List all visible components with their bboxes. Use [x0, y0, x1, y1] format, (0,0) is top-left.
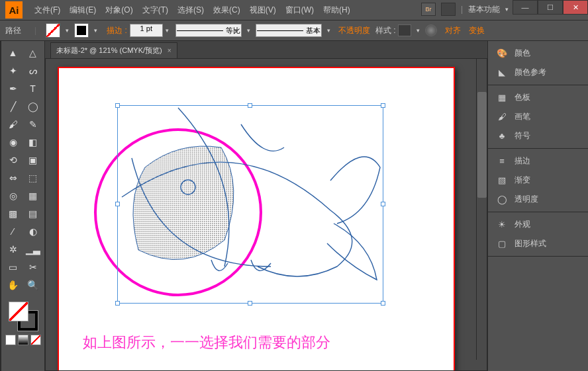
paintbrush-tool[interactable]: 🖌 [4, 116, 23, 132]
line-tool[interactable]: ╱ [4, 99, 23, 114]
gradient-tool[interactable]: ▤ [24, 206, 42, 222]
transform-link[interactable]: 变换 [469, 25, 485, 36]
scale-tool[interactable]: ▣ [24, 152, 42, 168]
rectangle-tool[interactable]: ◯ [24, 99, 42, 114]
grid-icon: ▦ [496, 93, 508, 103]
options-bar: 路径 | ▾ ▾ 描边 : 1 pt ▾ 等比 ▾ 基本 ▾ 不透明度 样式 :… [0, 20, 588, 41]
shape-builder-tool[interactable]: ◎ [4, 188, 23, 204]
panel-color[interactable]: 🎨颜色 [488, 44, 588, 63]
chevron-down-icon[interactable]: ▾ [66, 27, 69, 34]
chevron-down-icon[interactable]: ▾ [416, 27, 420, 34]
brush-icon: 🖌 [496, 112, 508, 122]
canvas[interactable]: 如上图所示，一一选择我们需要的部分 [45, 58, 487, 371]
fill-stroke-control[interactable] [9, 302, 38, 331]
pen-tool[interactable]: ✒ [4, 81, 23, 97]
minimize-button[interactable]: — [513, 0, 538, 15]
style-label: 样式 : [375, 25, 396, 36]
document-tabs: 未标题-2* @ 121% (CMYK/预览) × [45, 41, 487, 58]
artboard: 如上图所示，一一选择我们需要的部分 [58, 67, 455, 371]
symbol-sprayer-tool[interactable]: ✲ [4, 241, 23, 257]
bridge-button[interactable]: Br [421, 3, 436, 16]
tools-panel: ▲△ ✦ᔕ ✒T ╱◯ 🖌✎ ◉◧ ⟲▣ ⇔⬚ ◎▦ ▩▤ ⁄◐ ✲▁▃ ▭✂ … [0, 41, 45, 371]
window-controls: — ☐ ✕ [513, 0, 588, 15]
free-transform-tool[interactable]: ⬚ [24, 170, 42, 186]
perspective-tool[interactable]: ▦ [24, 188, 42, 204]
scrollbar-thumb[interactable] [477, 92, 487, 198]
document-area: 未标题-2* @ 121% (CMYK/预览) × [45, 41, 487, 371]
main-menu: 文件(F) 编辑(E) 对象(O) 文字(T) 选择(S) 效果(C) 视图(V… [30, 2, 354, 19]
panel-transparency[interactable]: ◯透明度 [488, 190, 588, 209]
tab-title: 未标题-2* @ 121% (CMYK/预览) [56, 46, 162, 56]
fill-box[interactable] [9, 302, 28, 321]
gradient-mode[interactable] [18, 335, 28, 345]
square-icon: ▢ [496, 239, 508, 249]
right-panels: 🎨颜色 ◣颜色参考 ▦色板 🖌画笔 ♣符号 ≡描边 ▧渐变 ◯透明度 ☀外观 ▢… [487, 41, 588, 371]
blob-brush-tool[interactable]: ◉ [4, 134, 23, 150]
menu-file[interactable]: 文件(F) [30, 2, 64, 19]
stroke-swatch[interactable] [74, 23, 89, 38]
clover-icon: ♣ [496, 131, 508, 142]
panel-stroke[interactable]: ≡描边 [488, 151, 588, 171]
selection-tool[interactable]: ▲ [4, 45, 23, 61]
pencil-tool[interactable]: ✎ [24, 116, 42, 132]
panel-graphic-styles[interactable]: ▢图形样式 [488, 234, 588, 253]
type-tool[interactable]: T [24, 81, 42, 97]
menu-effect[interactable]: 效果(C) [209, 2, 244, 19]
app-logo: Ai [5, 1, 23, 19]
mesh-tool[interactable]: ▩ [4, 206, 23, 222]
align-link[interactable]: 对齐 [445, 25, 461, 36]
panel-color-guide[interactable]: ◣颜色参考 [488, 63, 588, 82]
chevron-down-icon[interactable]: ▾ [327, 27, 330, 34]
maximize-button[interactable]: ☐ [538, 0, 563, 15]
magic-wand-tool[interactable]: ✦ [4, 63, 23, 79]
context-label: 路径 [5, 25, 21, 36]
palette-icon: 🎨 [496, 48, 508, 59]
blend-tool[interactable]: ◐ [24, 224, 42, 239]
workspace-switcher[interactable]: 基本功能 [468, 4, 500, 15]
panel-appearance[interactable]: ☀外观 [488, 215, 588, 234]
vertical-scrollbar[interactable] [476, 59, 487, 360]
menu-object[interactable]: 对象(O) [101, 2, 136, 19]
direct-selection-tool[interactable]: △ [24, 45, 42, 61]
recolor-button[interactable] [425, 24, 437, 36]
panel-swatches[interactable]: ▦色板 [488, 88, 588, 107]
zoom-tool[interactable]: 🔍 [24, 277, 42, 293]
panel-gradient[interactable]: ▧渐变 [488, 171, 588, 190]
arrange-button[interactable] [441, 3, 456, 16]
hand-tool[interactable]: ✋ [4, 277, 23, 293]
document-tab[interactable]: 未标题-2* @ 121% (CMYK/预览) × [50, 42, 177, 58]
rotate-tool[interactable]: ⟲ [4, 152, 23, 168]
chevron-down-icon[interactable]: ▾ [94, 27, 97, 34]
color-mode[interactable] [5, 335, 16, 345]
profile-dropdown[interactable]: 等比 [175, 24, 242, 37]
graph-tool[interactable]: ▁▃ [24, 241, 42, 257]
stroke-weight-input[interactable]: 1 pt [130, 24, 163, 37]
brush-dropdown[interactable]: 基本 [256, 24, 322, 37]
close-button[interactable]: ✕ [563, 0, 588, 15]
style-swatch[interactable] [398, 24, 411, 36]
menu-window[interactable]: 窗口(W) [281, 2, 318, 19]
artboard-tool[interactable]: ▭ [4, 259, 23, 275]
menu-type[interactable]: 文字(T) [138, 2, 172, 19]
fill-swatch[interactable] [46, 23, 60, 38]
close-tab-icon[interactable]: × [168, 47, 172, 54]
lasso-tool[interactable]: ᔕ [24, 63, 42, 79]
lines-icon: ≡ [496, 156, 508, 167]
opacity-label[interactable]: 不透明度 [338, 25, 370, 36]
selection-bounds[interactable] [117, 105, 383, 304]
stroke-label[interactable]: 描边 : [107, 25, 127, 36]
menu-edit[interactable]: 编辑(E) [66, 2, 100, 19]
panel-brushes[interactable]: 🖌画笔 [488, 107, 588, 126]
gradient-icon: ▧ [496, 175, 508, 186]
none-mode[interactable] [30, 335, 41, 345]
slice-tool[interactable]: ✂ [24, 259, 42, 275]
eraser-tool[interactable]: ◧ [24, 134, 42, 150]
menu-help[interactable]: 帮助(H) [319, 2, 354, 19]
menu-select[interactable]: 选择(S) [173, 2, 208, 19]
stepper-icon[interactable]: ▾ [166, 27, 169, 34]
menu-view[interactable]: 视图(V) [246, 2, 280, 19]
chevron-down-icon[interactable]: ▾ [247, 27, 250, 34]
width-tool[interactable]: ⇔ [4, 170, 23, 186]
panel-symbols[interactable]: ♣符号 [488, 126, 588, 145]
eyedropper-tool[interactable]: ⁄ [4, 224, 23, 239]
